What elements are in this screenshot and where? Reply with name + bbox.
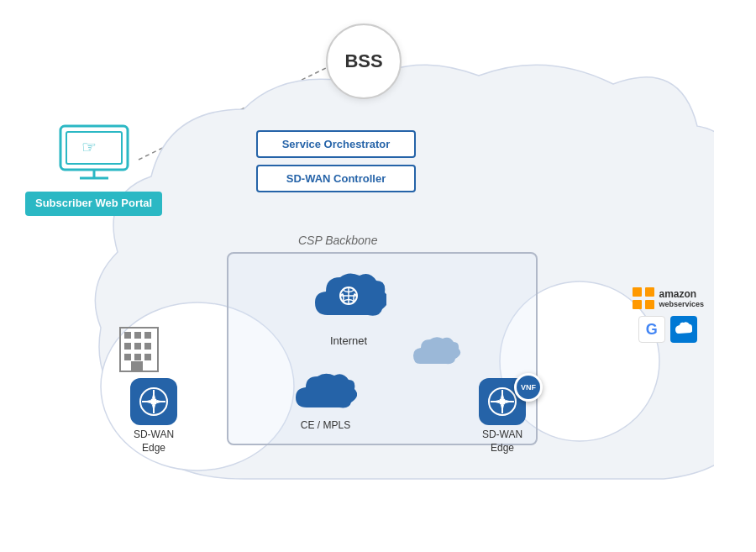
sdwan-badge-left: [130, 378, 177, 425]
amazon-label: amazon webservices: [631, 286, 704, 311]
svg-marker-30: [144, 400, 150, 403]
amazon-text: amazon webservices: [659, 288, 704, 308]
svg-rect-43: [633, 287, 642, 297]
svg-text:☞: ☞: [81, 138, 97, 156]
svg-rect-46: [645, 300, 654, 309]
internet-cloud-icon: [311, 269, 386, 328]
azure-icon: [670, 316, 697, 343]
cloud-provider-icons: G: [638, 316, 697, 343]
diagram-container: ☞ Subscriber Web Portal BSS Service Orch…: [0, 0, 756, 552]
sdwan-edge-right-label: SD-WAN Edge: [482, 428, 522, 455]
svg-rect-14: [124, 332, 131, 339]
svg-rect-19: [144, 343, 151, 350]
svg-marker-31: [157, 400, 164, 403]
svg-point-27: [150, 398, 157, 405]
svg-rect-15: [134, 332, 141, 339]
svg-marker-40: [501, 405, 504, 412]
svg-rect-44: [645, 287, 654, 297]
svg-marker-28: [152, 392, 155, 398]
svg-rect-22: [144, 354, 151, 360]
vnf-badge: VNF: [514, 373, 543, 402]
vnf-label: VNF: [521, 383, 536, 392]
small-cloud-right: [412, 332, 466, 374]
subscriber-portal: ☞ Subscriber Web Portal: [25, 122, 162, 216]
building-area: [116, 319, 162, 377]
sdwan-compass-icon-right: [487, 386, 517, 417]
sdwan-compass-icon-left: [139, 386, 169, 417]
svg-rect-17: [124, 343, 131, 350]
svg-rect-21: [134, 354, 141, 360]
svg-rect-16: [144, 332, 151, 339]
control-boxes: Service Orchestrator SD-WAN Controller: [256, 130, 416, 192]
svg-rect-18: [134, 343, 141, 350]
sdwan-controller-box: SD-WAN Controller: [256, 165, 416, 192]
svg-marker-41: [492, 400, 499, 403]
amazon-boxes-icon: [631, 286, 656, 311]
svg-marker-29: [152, 405, 155, 412]
sdwan-right-badge-group: VNF: [479, 378, 526, 425]
bss-label: BSS: [344, 50, 382, 72]
service-orchestrator-box: Service Orchestrator: [256, 130, 416, 158]
portal-label: Subscriber Web Portal: [25, 192, 162, 216]
cempls-area: CE / MPLS: [294, 370, 357, 431]
building-icon: [116, 319, 162, 374]
azure-cloud-icon: [675, 321, 692, 338]
sdwan-edge-left-label: SD-WAN Edge: [134, 428, 174, 455]
svg-rect-20: [124, 354, 131, 360]
sdwan-edge-left: SD-WAN Edge: [130, 378, 177, 455]
internet-label: Internet: [330, 334, 367, 347]
bss-circle: BSS: [326, 24, 402, 99]
amazon-logo-row: amazon webservices: [631, 286, 704, 311]
aws-content: amazon webservices G: [631, 286, 704, 343]
aws-area: amazon webservices G: [631, 286, 704, 343]
cempls-cloud-icon: [294, 370, 357, 416]
cempls-label: CE / MPLS: [301, 419, 350, 431]
internet-area: Internet: [311, 269, 386, 347]
svg-point-38: [499, 398, 506, 405]
google-icon: G: [638, 316, 665, 343]
svg-marker-42: [506, 400, 512, 403]
svg-marker-39: [501, 392, 504, 398]
csp-backbone-label: CSP Backbone: [298, 234, 377, 247]
sdwan-edge-right: VNF SD-WAN Edge: [479, 378, 526, 455]
monitor-icon: ☞: [56, 122, 132, 185]
svg-rect-45: [633, 300, 642, 309]
svg-rect-23: [131, 361, 143, 371]
